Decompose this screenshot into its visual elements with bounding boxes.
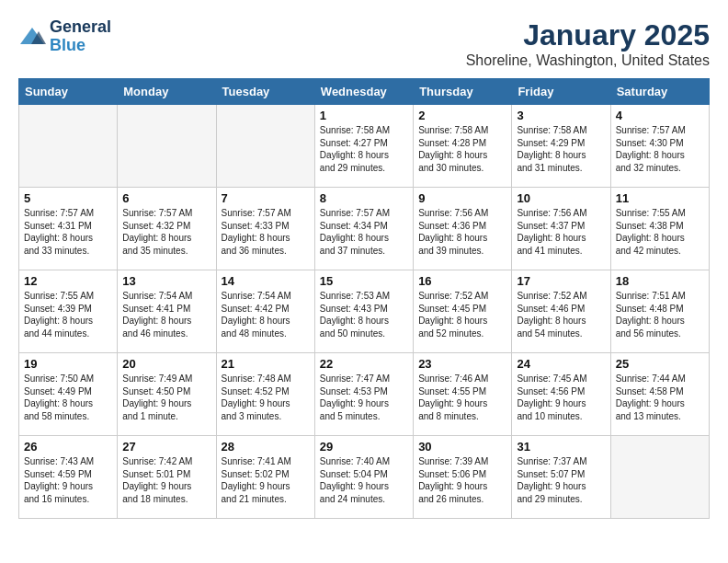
title-area: January 2025 Shoreline, Washington, Unit… bbox=[466, 18, 710, 69]
day-number: 29 bbox=[320, 440, 408, 454]
day-number: 24 bbox=[517, 357, 605, 371]
day-number: 15 bbox=[320, 274, 408, 288]
day-info: Sunrise: 7:56 AM Sunset: 4:36 PM Dayligh… bbox=[418, 207, 506, 257]
calendar-cell: 2Sunrise: 7:58 AM Sunset: 4:28 PM Daylig… bbox=[414, 105, 512, 188]
calendar-cell: 10Sunrise: 7:56 AM Sunset: 4:37 PM Dayli… bbox=[512, 188, 610, 270]
day-info: Sunrise: 7:58 AM Sunset: 4:28 PM Dayligh… bbox=[418, 124, 506, 174]
calendar-cell: 16Sunrise: 7:52 AM Sunset: 4:45 PM Dayli… bbox=[414, 270, 512, 353]
day-number: 30 bbox=[418, 440, 506, 454]
day-info: Sunrise: 7:37 AM Sunset: 5:07 PM Dayligh… bbox=[517, 455, 605, 505]
calendar-cell: 7Sunrise: 7:57 AM Sunset: 4:33 PM Daylig… bbox=[216, 188, 314, 270]
week-row-4: 26Sunrise: 7:43 AM Sunset: 4:59 PM Dayli… bbox=[19, 436, 710, 519]
calendar-cell: 18Sunrise: 7:51 AM Sunset: 4:48 PM Dayli… bbox=[610, 270, 709, 353]
day-info: Sunrise: 7:41 AM Sunset: 5:02 PM Dayligh… bbox=[222, 455, 310, 505]
week-row-0: 1Sunrise: 7:58 AM Sunset: 4:27 PM Daylig… bbox=[19, 105, 710, 188]
day-number: 27 bbox=[122, 440, 210, 454]
week-row-1: 5Sunrise: 7:57 AM Sunset: 4:31 PM Daylig… bbox=[19, 188, 710, 270]
day-number: 19 bbox=[24, 357, 112, 371]
calendar-cell: 28Sunrise: 7:41 AM Sunset: 5:02 PM Dayli… bbox=[216, 436, 314, 519]
day-number: 4 bbox=[616, 109, 704, 122]
day-number: 10 bbox=[517, 191, 605, 205]
calendar-cell: 19Sunrise: 7:50 AM Sunset: 4:49 PM Dayli… bbox=[19, 353, 118, 436]
calendar-cell: 22Sunrise: 7:47 AM Sunset: 4:53 PM Dayli… bbox=[314, 353, 413, 436]
calendar-cell: 5Sunrise: 7:57 AM Sunset: 4:31 PM Daylig… bbox=[19, 188, 118, 270]
calendar-cell: 20Sunrise: 7:49 AM Sunset: 4:50 PM Dayli… bbox=[118, 353, 216, 436]
calendar-table: SundayMondayTuesdayWednesdayThursdayFrid… bbox=[18, 78, 710, 519]
calendar-cell bbox=[118, 105, 216, 188]
calendar-cell: 31Sunrise: 7:37 AM Sunset: 5:07 PM Dayli… bbox=[512, 436, 610, 519]
day-number: 9 bbox=[418, 191, 506, 205]
day-number: 25 bbox=[616, 357, 704, 371]
calendar-cell: 6Sunrise: 7:57 AM Sunset: 4:32 PM Daylig… bbox=[118, 188, 216, 270]
day-number: 31 bbox=[517, 440, 605, 454]
day-number: 28 bbox=[222, 440, 310, 454]
day-info: Sunrise: 7:45 AM Sunset: 4:56 PM Dayligh… bbox=[517, 373, 605, 422]
day-info: Sunrise: 7:52 AM Sunset: 4:45 PM Dayligh… bbox=[418, 290, 506, 339]
day-number: 26 bbox=[24, 440, 112, 454]
day-info: Sunrise: 7:54 AM Sunset: 4:41 PM Dayligh… bbox=[122, 290, 210, 339]
day-info: Sunrise: 7:55 AM Sunset: 4:39 PM Dayligh… bbox=[24, 290, 112, 339]
day-info: Sunrise: 7:48 AM Sunset: 4:52 PM Dayligh… bbox=[222, 373, 310, 422]
day-info: Sunrise: 7:53 AM Sunset: 4:43 PM Dayligh… bbox=[320, 290, 408, 339]
weekday-header-monday: Monday bbox=[118, 79, 216, 105]
day-info: Sunrise: 7:57 AM Sunset: 4:33 PM Dayligh… bbox=[222, 207, 310, 257]
day-number: 6 bbox=[122, 191, 210, 205]
week-row-2: 12Sunrise: 7:55 AM Sunset: 4:39 PM Dayli… bbox=[19, 270, 710, 353]
calendar-cell: 9Sunrise: 7:56 AM Sunset: 4:36 PM Daylig… bbox=[414, 188, 512, 270]
day-info: Sunrise: 7:51 AM Sunset: 4:48 PM Dayligh… bbox=[616, 290, 704, 339]
calendar-cell: 1Sunrise: 7:58 AM Sunset: 4:27 PM Daylig… bbox=[314, 105, 413, 188]
week-row-3: 19Sunrise: 7:50 AM Sunset: 4:49 PM Dayli… bbox=[19, 353, 710, 436]
weekday-header-sunday: Sunday bbox=[19, 79, 118, 105]
day-info: Sunrise: 7:55 AM Sunset: 4:38 PM Dayligh… bbox=[616, 207, 704, 257]
logo-text: General Blue bbox=[50, 18, 111, 55]
calendar-cell: 30Sunrise: 7:39 AM Sunset: 5:06 PM Dayli… bbox=[414, 436, 512, 519]
calendar-cell bbox=[216, 105, 314, 188]
calendar-cell: 29Sunrise: 7:40 AM Sunset: 5:04 PM Dayli… bbox=[314, 436, 413, 519]
day-number: 8 bbox=[320, 191, 408, 205]
header: General Blue January 2025 Shoreline, Was… bbox=[18, 18, 710, 69]
weekday-header-tuesday: Tuesday bbox=[216, 79, 314, 105]
calendar-cell: 11Sunrise: 7:55 AM Sunset: 4:38 PM Dayli… bbox=[610, 188, 709, 270]
calendar-cell: 21Sunrise: 7:48 AM Sunset: 4:52 PM Dayli… bbox=[216, 353, 314, 436]
weekday-header-saturday: Saturday bbox=[610, 79, 709, 105]
calendar-cell: 12Sunrise: 7:55 AM Sunset: 4:39 PM Dayli… bbox=[19, 270, 118, 353]
day-info: Sunrise: 7:40 AM Sunset: 5:04 PM Dayligh… bbox=[320, 455, 408, 505]
day-number: 12 bbox=[24, 274, 112, 288]
day-info: Sunrise: 7:39 AM Sunset: 5:06 PM Dayligh… bbox=[418, 455, 506, 505]
day-number: 17 bbox=[517, 274, 605, 288]
day-number: 23 bbox=[418, 357, 506, 371]
day-number: 16 bbox=[418, 274, 506, 288]
day-number: 18 bbox=[616, 274, 704, 288]
calendar-cell: 26Sunrise: 7:43 AM Sunset: 4:59 PM Dayli… bbox=[19, 436, 118, 519]
calendar-subtitle: Shoreline, Washington, United States bbox=[466, 52, 710, 69]
logo: General Blue bbox=[18, 18, 111, 55]
day-number: 13 bbox=[122, 274, 210, 288]
weekday-header-wednesday: Wednesday bbox=[314, 79, 413, 105]
day-info: Sunrise: 7:43 AM Sunset: 4:59 PM Dayligh… bbox=[24, 455, 112, 505]
calendar-cell bbox=[19, 105, 118, 188]
day-info: Sunrise: 7:50 AM Sunset: 4:49 PM Dayligh… bbox=[24, 373, 112, 422]
day-info: Sunrise: 7:47 AM Sunset: 4:53 PM Dayligh… bbox=[320, 373, 408, 422]
day-number: 22 bbox=[320, 357, 408, 371]
day-info: Sunrise: 7:58 AM Sunset: 4:29 PM Dayligh… bbox=[517, 124, 605, 174]
calendar-cell: 17Sunrise: 7:52 AM Sunset: 4:46 PM Dayli… bbox=[512, 270, 610, 353]
day-number: 2 bbox=[418, 109, 506, 122]
calendar-cell: 14Sunrise: 7:54 AM Sunset: 4:42 PM Dayli… bbox=[216, 270, 314, 353]
day-number: 1 bbox=[320, 109, 408, 122]
calendar-cell: 13Sunrise: 7:54 AM Sunset: 4:41 PM Dayli… bbox=[118, 270, 216, 353]
page-container: General Blue January 2025 Shoreline, Was… bbox=[18, 18, 710, 519]
day-info: Sunrise: 7:44 AM Sunset: 4:58 PM Dayligh… bbox=[616, 373, 704, 422]
calendar-cell: 4Sunrise: 7:57 AM Sunset: 4:30 PM Daylig… bbox=[610, 105, 709, 188]
day-info: Sunrise: 7:49 AM Sunset: 4:50 PM Dayligh… bbox=[122, 373, 210, 422]
day-info: Sunrise: 7:57 AM Sunset: 4:31 PM Dayligh… bbox=[24, 207, 112, 257]
day-number: 5 bbox=[24, 191, 112, 205]
calendar-title: January 2025 bbox=[466, 18, 710, 52]
calendar-cell bbox=[610, 436, 709, 519]
day-number: 11 bbox=[616, 191, 704, 205]
calendar-cell: 27Sunrise: 7:42 AM Sunset: 5:01 PM Dayli… bbox=[118, 436, 216, 519]
weekday-header-row: SundayMondayTuesdayWednesdayThursdayFrid… bbox=[19, 79, 710, 105]
calendar-cell: 15Sunrise: 7:53 AM Sunset: 4:43 PM Dayli… bbox=[314, 270, 413, 353]
weekday-header-thursday: Thursday bbox=[414, 79, 512, 105]
calendar-cell: 8Sunrise: 7:57 AM Sunset: 4:34 PM Daylig… bbox=[314, 188, 413, 270]
logo-icon bbox=[18, 26, 46, 48]
